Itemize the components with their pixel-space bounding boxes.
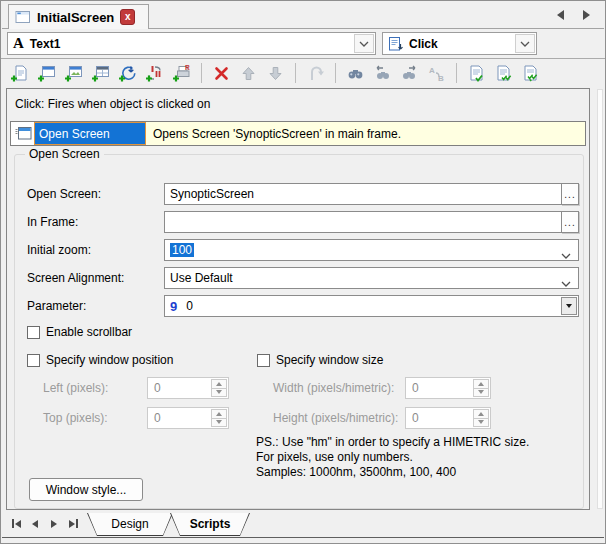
add-document-icon[interactable] xyxy=(9,63,30,84)
groupbox-title: Open Screen xyxy=(25,147,104,161)
open-screen-browse-button[interactable]: ... xyxy=(561,183,579,205)
bottom-tab-bar: Design Scripts xyxy=(2,511,604,537)
import-screen-icon[interactable] xyxy=(117,63,138,84)
tab-initialscreen[interactable]: InitialScreen x xyxy=(8,4,149,29)
verify-checked-icon[interactable] xyxy=(493,63,514,84)
height-label: Height (pixels/himetric): xyxy=(273,411,398,425)
add-window-icon[interactable] xyxy=(36,63,57,84)
open-screen-action-icon xyxy=(11,122,34,145)
height-spinner[interactable] xyxy=(473,409,489,427)
enable-scrollbar-checkbox[interactable]: Enable scrollbar xyxy=(27,325,132,339)
top-pixels-label: Top (pixels): xyxy=(43,411,108,425)
text-object-icon: A xyxy=(13,35,24,52)
parameter-dropdown-button[interactable] xyxy=(561,297,577,315)
chevron-down-icon[interactable] xyxy=(561,276,571,290)
window-style-button[interactable]: Window style... xyxy=(29,478,143,501)
height-value: 0 xyxy=(412,411,419,425)
parameter-field[interactable]: 9 0 xyxy=(164,295,579,317)
tab-scroll-left-icon[interactable] xyxy=(557,10,564,20)
action-row[interactable]: Open Screen Opens Screen 'SynopticScreen… xyxy=(10,121,586,146)
screen-alignment-value: Use Default xyxy=(170,271,233,285)
checkbox-box[interactable] xyxy=(27,354,40,367)
document-tabstrip: InitialScreen x xyxy=(2,1,604,29)
tab-design-label: Design xyxy=(88,513,172,535)
height-field[interactable]: 0 xyxy=(405,407,491,429)
top-pixels-field[interactable]: 0 xyxy=(147,407,229,429)
open-screen-field[interactable]: SynopticScreen ... xyxy=(164,183,579,205)
screen-alignment-combobox[interactable]: Use Default xyxy=(164,267,579,289)
spin-up-icon[interactable] xyxy=(473,409,489,419)
verify-all-icon[interactable] xyxy=(520,63,541,84)
spin-down-icon[interactable] xyxy=(473,419,489,428)
tab-scripts[interactable]: Scripts xyxy=(170,513,250,536)
note-line-1: PS.: Use "hm" in order to specify a HIME… xyxy=(256,435,529,450)
close-tab-icon[interactable]: x xyxy=(120,9,135,25)
object-selector-value: Text1 xyxy=(30,37,60,51)
checkbox-box[interactable] xyxy=(257,354,270,367)
spin-up-icon[interactable] xyxy=(211,409,227,419)
left-pixels-spinner[interactable] xyxy=(211,379,227,397)
divider xyxy=(1,58,605,59)
goto-reference-icon[interactable] xyxy=(305,63,326,84)
chevron-down-icon[interactable] xyxy=(515,34,535,53)
svg-text:R: R xyxy=(185,64,190,71)
add-frame-window-icon[interactable] xyxy=(90,63,111,84)
tab-design[interactable]: Design xyxy=(87,513,173,536)
width-value: 0 xyxy=(412,381,419,395)
initial-zoom-combobox[interactable]: 100 xyxy=(164,239,579,261)
move-down-icon[interactable] xyxy=(265,63,286,84)
tab-scroll-right-icon[interactable] xyxy=(583,10,590,20)
width-field[interactable]: 0 xyxy=(405,377,491,399)
script-toolbar: R xyxy=(9,61,541,85)
replace-a-b-icon[interactable]: A B xyxy=(426,63,447,84)
toolbar-separator xyxy=(295,63,296,83)
find-previous-icon[interactable] xyxy=(372,63,393,84)
parameter-label: Parameter: xyxy=(27,299,86,313)
spin-up-icon[interactable] xyxy=(211,379,227,389)
spin-down-icon[interactable] xyxy=(211,389,227,398)
document-tab-title: InitialScreen xyxy=(37,10,114,25)
event-selector[interactable]: Click xyxy=(382,32,537,55)
toolbar-separator xyxy=(456,63,457,83)
left-pixels-value: 0 xyxy=(154,381,161,395)
event-selector-value: Click xyxy=(409,37,438,51)
checkbox-box[interactable] xyxy=(27,326,40,339)
note-line-2: For pixels, use only numbers. xyxy=(256,450,529,465)
add-printer-report-icon[interactable]: R xyxy=(171,63,192,84)
next-tab-icon[interactable] xyxy=(46,517,62,530)
vertical-scrollbar-track[interactable] xyxy=(597,89,603,509)
verify-document-icon[interactable] xyxy=(466,63,487,84)
in-frame-browse-button[interactable]: ... xyxy=(561,211,579,233)
svg-text:A: A xyxy=(429,66,435,75)
chevron-down-icon[interactable] xyxy=(561,248,571,262)
specify-window-position-checkbox[interactable]: Specify window position xyxy=(27,353,173,367)
first-tab-icon[interactable] xyxy=(8,517,24,530)
in-frame-field[interactable]: ... xyxy=(164,211,579,233)
find-next-icon[interactable] xyxy=(399,63,420,84)
script-editor-window: InitialScreen x A Text1 Click xyxy=(0,0,606,544)
move-up-icon[interactable] xyxy=(238,63,259,84)
action-name[interactable]: Open Screen xyxy=(34,122,146,145)
add-task-icon[interactable] xyxy=(144,63,165,84)
find-icon[interactable] xyxy=(345,63,366,84)
last-tab-icon[interactable] xyxy=(65,517,81,530)
open-screen-value: SynopticScreen xyxy=(170,187,254,201)
specify-window-size-checkbox[interactable]: Specify window size xyxy=(257,353,383,367)
top-pixels-value: 0 xyxy=(154,411,161,425)
previous-tab-icon[interactable] xyxy=(27,517,43,530)
numeric-tag-icon: 9 xyxy=(170,299,177,314)
spin-up-icon[interactable] xyxy=(473,379,489,389)
spin-down-icon[interactable] xyxy=(211,419,227,428)
object-selector[interactable]: A Text1 xyxy=(7,32,376,55)
screen-document-icon xyxy=(15,10,31,24)
top-pixels-spinner[interactable] xyxy=(211,409,227,427)
himetric-note: PS.: Use "hm" in order to specify a HIME… xyxy=(256,435,529,480)
delete-icon[interactable] xyxy=(211,63,232,84)
width-spinner[interactable] xyxy=(473,379,489,397)
chevron-down-icon[interactable] xyxy=(354,34,374,53)
add-picture-window-icon[interactable] xyxy=(63,63,84,84)
note-line-3: Samples: 1000hm, 3500hm, 100, 400 xyxy=(256,465,529,480)
left-pixels-field[interactable]: 0 xyxy=(147,377,229,399)
initial-zoom-value: 100 xyxy=(170,243,194,257)
spin-down-icon[interactable] xyxy=(473,389,489,398)
